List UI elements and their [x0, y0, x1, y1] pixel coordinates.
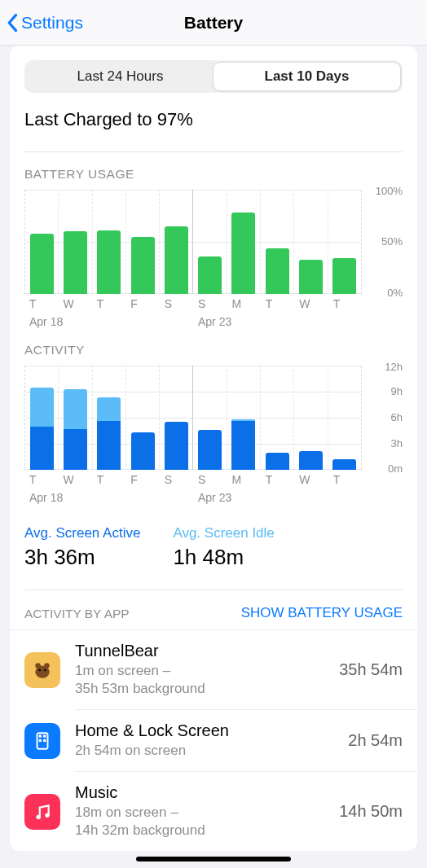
svg-point-10 — [36, 815, 40, 819]
x-label: W — [58, 473, 91, 486]
app-subtext: 1m on screen –35h 53m background — [75, 662, 331, 698]
usage-bar — [131, 237, 155, 294]
svg-rect-9 — [43, 739, 46, 742]
x-label: F — [125, 297, 159, 310]
usage-bar — [97, 230, 121, 294]
usage-bar — [299, 260, 323, 294]
svg-point-2 — [35, 665, 49, 677]
app-subtext: 18m on screen –14h 32m background — [75, 804, 331, 840]
usage-bar — [64, 231, 87, 294]
x-label: M — [227, 297, 260, 310]
x-label: T — [24, 297, 58, 310]
x-label: T — [261, 297, 294, 310]
x-label: S — [160, 297, 193, 310]
app-info: Music18m on screen –14h 32m background — [60, 783, 331, 840]
x-label: W — [294, 297, 328, 310]
x-label: T — [328, 297, 362, 310]
x-label: S — [193, 473, 227, 486]
battery-usage-chart[interactable]: 100% 50% 0% TWTFSSMTWT Apr 18 Apr 23 — [10, 190, 417, 335]
activity-bar-active — [64, 429, 87, 470]
app-name: Home & Lock Screen — [75, 721, 340, 740]
activity-bar-active — [131, 432, 155, 470]
app-icon — [24, 652, 60, 688]
back-button[interactable]: Settings — [7, 13, 83, 33]
app-row[interactable]: Music18m on screen –14h 32m background14… — [10, 772, 417, 851]
activity-bar-idle — [64, 389, 87, 429]
usage-bar — [266, 248, 289, 294]
navbar: Settings Battery — [0, 0, 427, 46]
app-icon — [24, 794, 60, 830]
svg-point-11 — [45, 813, 49, 818]
app-list: TunnelBear1m on screen –35h 53m backgrou… — [10, 629, 417, 851]
x-label: M — [227, 473, 260, 486]
activity-bar-active — [332, 459, 356, 470]
activity-label: ACTIVITY — [10, 335, 417, 366]
activity-bar-idle — [30, 388, 54, 427]
segmented-control: Last 24 Hours Last 10 Days — [24, 60, 403, 93]
svg-rect-5 — [37, 733, 48, 749]
svg-rect-6 — [39, 734, 42, 737]
activity-chart[interactable]: 12h 9h 6h 3h 0m TWTFSSMTWT Apr 18 Apr 23 — [10, 366, 417, 511]
svg-point-4 — [44, 669, 46, 671]
avg-active-label: Avg. Screen Active — [24, 525, 140, 541]
date-label: Apr 23 — [193, 315, 362, 328]
activity-bar-active — [231, 421, 255, 470]
y-label: 12h — [385, 361, 403, 373]
y-label: 6h — [391, 411, 403, 423]
home-indicator[interactable] — [136, 857, 291, 861]
activity-bar-idle — [97, 397, 121, 421]
x-label: T — [261, 473, 294, 486]
usage-bar — [30, 234, 54, 294]
y-label: 3h — [391, 437, 403, 449]
x-label: S — [160, 473, 193, 486]
chevron-left-icon — [7, 13, 20, 33]
y-label: 100% — [376, 185, 403, 197]
x-label: T — [328, 473, 362, 486]
app-info: TunnelBear1m on screen –35h 53m backgrou… — [60, 642, 331, 698]
y-label: 50% — [381, 235, 403, 248]
app-name: Music — [75, 783, 331, 802]
x-label: F — [125, 473, 159, 486]
x-label: T — [92, 297, 125, 310]
usage-bar — [231, 213, 255, 294]
app-time: 2h 54m — [340, 731, 403, 750]
app-info: Home & Lock Screen2h 54m on screen — [60, 721, 340, 760]
app-time: 14h 50m — [331, 802, 403, 821]
activity-bar-active — [97, 421, 121, 470]
segment-last-10d[interactable]: Last 10 Days — [214, 63, 400, 90]
segment-last-24h[interactable]: Last 24 Hours — [27, 63, 214, 90]
svg-rect-7 — [43, 734, 46, 737]
activity-bar-active — [198, 430, 222, 470]
battery-card: Last 24 Hours Last 10 Days Last Charged … — [10, 46, 417, 851]
x-label: T — [92, 473, 125, 486]
y-label: 9h — [391, 385, 403, 397]
activity-bar-active — [165, 422, 188, 470]
date-label: Apr 18 — [24, 315, 193, 328]
screen-stats: Avg. Screen Active 3h 36m Avg. Screen Id… — [10, 511, 417, 590]
activity-bar-active — [299, 451, 323, 470]
app-subtext: 2h 54m on screen — [75, 742, 340, 760]
app-row[interactable]: TunnelBear1m on screen –35h 53m backgrou… — [10, 629, 417, 709]
avg-idle-value: 1h 48m — [173, 545, 274, 570]
date-label: Apr 18 — [24, 491, 193, 504]
x-label: T — [24, 473, 58, 486]
usage-bar — [332, 258, 356, 294]
svg-point-3 — [38, 669, 41, 671]
last-charged-text: Last Charged to 97% — [10, 104, 417, 151]
usage-bar — [198, 256, 222, 294]
activity-by-app-label: ACTIVITY BY APP — [24, 607, 130, 621]
avg-active-value: 3h 36m — [24, 545, 140, 570]
app-icon — [24, 723, 60, 759]
show-battery-usage-button[interactable]: SHOW BATTERY USAGE — [241, 605, 403, 621]
app-name: TunnelBear — [75, 642, 331, 660]
x-label: W — [294, 473, 328, 486]
date-label: Apr 23 — [193, 491, 362, 504]
avg-idle-label: Avg. Screen Idle — [173, 525, 274, 541]
app-row[interactable]: Home & Lock Screen2h 54m on screen2h 54m — [10, 710, 417, 771]
x-label: W — [58, 297, 91, 310]
battery-usage-label: BATTERY USAGE — [10, 152, 417, 190]
activity-bar-active — [30, 427, 54, 470]
activity-bar-active — [266, 453, 289, 470]
back-label: Settings — [21, 13, 83, 33]
svg-rect-8 — [39, 739, 42, 742]
